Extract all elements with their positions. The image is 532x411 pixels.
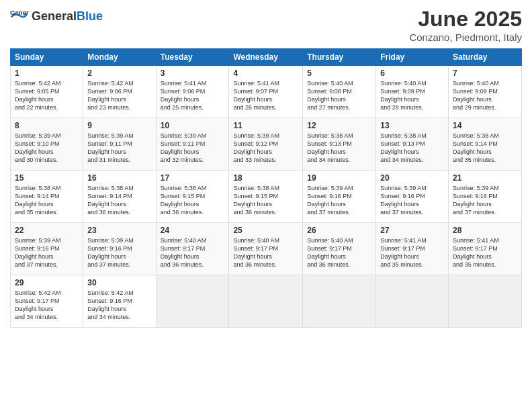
calendar-day-cell: 8 Sunrise: 5:39 AM Sunset: 9:10 PM Dayli… [11, 118, 83, 171]
header-thursday: Thursday [303, 49, 376, 66]
day-number: 24 [161, 226, 225, 235]
calendar-week-row: 29 Sunrise: 5:42 AM Sunset: 9:17 PM Dayl… [11, 275, 522, 328]
day-info: Sunrise: 5:41 AM Sunset: 9:06 PM Dayligh… [161, 79, 225, 112]
calendar-day-cell: 4 Sunrise: 5:41 AM Sunset: 9:07 PM Dayli… [229, 66, 303, 118]
day-info: Sunrise: 5:38 AM Sunset: 9:15 PM Dayligh… [233, 184, 298, 217]
day-number: 21 [453, 173, 517, 183]
calendar-day-cell: 11 Sunrise: 5:39 AM Sunset: 9:12 PM Dayl… [229, 118, 303, 171]
page-container: General GeneralBlue June 2025 Conzano, P… [0, 0, 532, 334]
day-number: 28 [453, 226, 517, 235]
calendar-day-cell: 21 Sunrise: 5:39 AM Sunset: 9:16 PM Dayl… [449, 171, 522, 223]
day-info: Sunrise: 5:38 AM Sunset: 9:14 PM Dayligh… [87, 184, 151, 217]
calendar-day-cell: 18 Sunrise: 5:38 AM Sunset: 9:15 PM Dayl… [229, 171, 303, 223]
calendar-day-cell: 27 Sunrise: 5:41 AM Sunset: 9:17 PM Dayl… [376, 223, 449, 275]
day-number: 10 [161, 121, 225, 130]
logo-blue: Blue [77, 9, 103, 24]
header-monday: Monday [83, 49, 156, 66]
calendar-day-cell: 7 Sunrise: 5:40 AM Sunset: 9:09 PM Dayli… [449, 66, 522, 118]
calendar-week-row: 1 Sunrise: 5:42 AM Sunset: 9:05 PM Dayli… [11, 66, 522, 118]
calendar-table: Sunday Monday Tuesday Wednesday Thursday… [10, 48, 522, 328]
calendar-day-cell: 19 Sunrise: 5:39 AM Sunset: 9:16 PM Dayl… [303, 171, 376, 223]
day-number: 4 [233, 68, 298, 78]
day-number: 2 [87, 68, 151, 78]
day-number: 20 [380, 173, 444, 183]
logo-general: General [32, 9, 77, 24]
calendar-day-cell: 17 Sunrise: 5:38 AM Sunset: 9:15 PM Dayl… [156, 171, 229, 223]
calendar-week-row: 8 Sunrise: 5:39 AM Sunset: 9:10 PM Dayli… [11, 118, 522, 171]
month-title: June 2025 [409, 7, 522, 32]
day-info: Sunrise: 5:40 AM Sunset: 9:17 PM Dayligh… [233, 236, 298, 269]
day-info: Sunrise: 5:42 AM Sunset: 9:17 PM Dayligh… [15, 289, 79, 322]
calendar-day-cell: 30 Sunrise: 5:42 AM Sunset: 9:16 PM Dayl… [83, 275, 156, 328]
calendar-day-cell: 22 Sunrise: 5:39 AM Sunset: 9:16 PM Dayl… [11, 223, 83, 275]
day-number: 16 [87, 173, 151, 183]
day-number: 1 [15, 68, 79, 78]
day-number: 19 [307, 173, 371, 183]
calendar-day-cell [449, 275, 522, 328]
calendar-week-row: 22 Sunrise: 5:39 AM Sunset: 9:16 PM Dayl… [11, 223, 522, 275]
day-number: 23 [87, 226, 151, 235]
calendar-day-cell: 10 Sunrise: 5:39 AM Sunset: 9:11 PM Dayl… [156, 118, 229, 171]
calendar-day-cell [229, 275, 303, 328]
day-number: 26 [307, 226, 371, 235]
calendar-day-cell [156, 275, 229, 328]
day-info: Sunrise: 5:41 AM Sunset: 9:17 PM Dayligh… [380, 236, 444, 269]
day-number: 30 [87, 278, 151, 287]
day-info: Sunrise: 5:40 AM Sunset: 9:17 PM Dayligh… [161, 236, 225, 269]
day-info: Sunrise: 5:38 AM Sunset: 9:13 PM Dayligh… [307, 132, 371, 165]
calendar-day-cell: 2 Sunrise: 5:42 AM Sunset: 9:06 PM Dayli… [83, 66, 156, 118]
calendar-day-cell: 12 Sunrise: 5:38 AM Sunset: 9:13 PM Dayl… [303, 118, 376, 171]
day-info: Sunrise: 5:39 AM Sunset: 9:10 PM Dayligh… [15, 132, 79, 165]
header-wednesday: Wednesday [229, 49, 303, 66]
day-info: Sunrise: 5:39 AM Sunset: 9:16 PM Dayligh… [380, 184, 444, 217]
day-info: Sunrise: 5:42 AM Sunset: 9:05 PM Dayligh… [15, 79, 79, 112]
day-info: Sunrise: 5:41 AM Sunset: 9:17 PM Dayligh… [453, 236, 517, 269]
weekday-header-row: Sunday Monday Tuesday Wednesday Thursday… [11, 49, 522, 66]
calendar-day-cell: 1 Sunrise: 5:42 AM Sunset: 9:05 PM Dayli… [11, 66, 83, 118]
header-tuesday: Tuesday [156, 49, 229, 66]
title-block: June 2025 Conzano, Piedmont, Italy [409, 7, 522, 43]
day-number: 5 [307, 68, 371, 78]
day-number: 3 [161, 68, 225, 78]
calendar-day-cell: 13 Sunrise: 5:38 AM Sunset: 9:13 PM Dayl… [376, 118, 449, 171]
calendar-day-cell: 14 Sunrise: 5:38 AM Sunset: 9:14 PM Dayl… [449, 118, 522, 171]
day-number: 22 [15, 226, 79, 235]
header-saturday: Saturday [449, 49, 522, 66]
header-friday: Friday [376, 49, 449, 66]
calendar-day-cell: 6 Sunrise: 5:40 AM Sunset: 9:09 PM Dayli… [376, 66, 449, 118]
calendar-day-cell: 24 Sunrise: 5:40 AM Sunset: 9:17 PM Dayl… [156, 223, 229, 275]
day-info: Sunrise: 5:38 AM Sunset: 9:13 PM Dayligh… [380, 132, 444, 165]
day-info: Sunrise: 5:40 AM Sunset: 9:08 PM Dayligh… [307, 79, 371, 112]
day-info: Sunrise: 5:42 AM Sunset: 9:16 PM Dayligh… [87, 289, 151, 322]
day-number: 17 [161, 173, 225, 183]
day-info: Sunrise: 5:40 AM Sunset: 9:09 PM Dayligh… [453, 79, 517, 112]
calendar-day-cell: 15 Sunrise: 5:38 AM Sunset: 9:14 PM Dayl… [11, 171, 83, 223]
day-number: 9 [87, 121, 151, 130]
day-info: Sunrise: 5:39 AM Sunset: 9:12 PM Dayligh… [233, 132, 298, 165]
calendar-day-cell: 9 Sunrise: 5:39 AM Sunset: 9:11 PM Dayli… [83, 118, 156, 171]
day-number: 11 [233, 121, 298, 130]
day-number: 14 [453, 121, 517, 130]
day-info: Sunrise: 5:41 AM Sunset: 9:07 PM Dayligh… [233, 79, 298, 112]
day-number: 18 [233, 173, 298, 183]
day-number: 12 [307, 121, 371, 130]
day-info: Sunrise: 5:39 AM Sunset: 9:16 PM Dayligh… [307, 184, 371, 217]
calendar-day-cell: 20 Sunrise: 5:39 AM Sunset: 9:16 PM Dayl… [376, 171, 449, 223]
day-info: Sunrise: 5:39 AM Sunset: 9:11 PM Dayligh… [161, 132, 225, 165]
day-info: Sunrise: 5:38 AM Sunset: 9:14 PM Dayligh… [15, 184, 79, 217]
header: General GeneralBlue June 2025 Conzano, P… [10, 7, 522, 43]
day-info: Sunrise: 5:39 AM Sunset: 9:16 PM Dayligh… [15, 236, 79, 269]
logo-icon: General [10, 7, 29, 26]
calendar-day-cell: 16 Sunrise: 5:38 AM Sunset: 9:14 PM Dayl… [83, 171, 156, 223]
day-number: 6 [380, 68, 444, 78]
day-number: 7 [453, 68, 517, 78]
day-number: 29 [15, 278, 79, 287]
day-info: Sunrise: 5:38 AM Sunset: 9:15 PM Dayligh… [161, 184, 225, 217]
calendar-day-cell: 26 Sunrise: 5:40 AM Sunset: 9:17 PM Dayl… [303, 223, 376, 275]
calendar-day-cell [376, 275, 449, 328]
calendar-day-cell: 28 Sunrise: 5:41 AM Sunset: 9:17 PM Dayl… [449, 223, 522, 275]
day-number: 15 [15, 173, 79, 183]
header-sunday: Sunday [11, 49, 83, 66]
day-info: Sunrise: 5:39 AM Sunset: 9:16 PM Dayligh… [87, 236, 151, 269]
day-number: 13 [380, 121, 444, 130]
